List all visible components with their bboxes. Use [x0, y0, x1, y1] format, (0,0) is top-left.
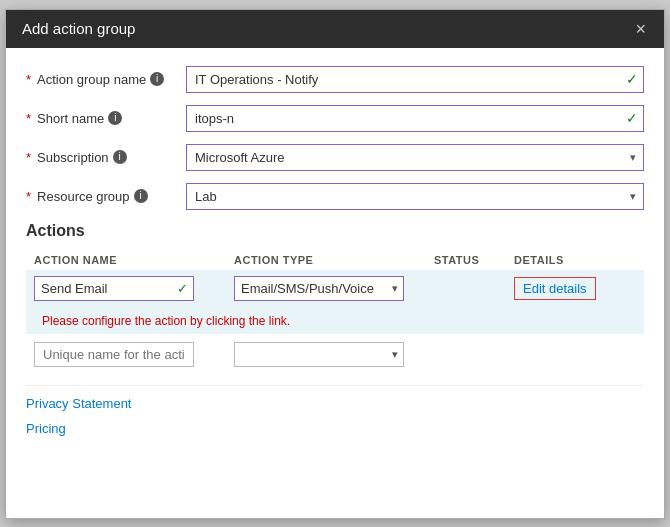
short-name-row: * Short name i ✓: [26, 105, 644, 132]
resource-group-label: * Resource group i: [26, 189, 186, 204]
new-action-type-wrap: ▾: [234, 342, 404, 367]
edit-details-button[interactable]: Edit details: [514, 277, 596, 300]
table-header-row: Action Name Action Type Status Details: [26, 250, 644, 270]
col-header-details: Details: [506, 250, 644, 270]
action-name-input-wrap: ✓: [34, 276, 194, 301]
subscription-label: * Subscription i: [26, 150, 186, 165]
action-group-name-label: * Action group name i: [26, 72, 186, 87]
actions-section-title: Actions: [26, 222, 644, 240]
action-name-input[interactable]: [34, 276, 194, 301]
short-name-info-icon[interactable]: i: [108, 111, 122, 125]
resource-group-row: * Resource group i Lab ▾: [26, 183, 644, 210]
action-group-name-info-icon[interactable]: i: [150, 72, 164, 86]
error-row: Please configure the action by clicking …: [26, 307, 644, 334]
action-group-name-input[interactable]: [186, 66, 644, 93]
col-header-action-type: Action Type: [226, 250, 426, 270]
col-header-status: Status: [426, 250, 506, 270]
required-star-4: *: [26, 189, 31, 204]
pricing-link[interactable]: Pricing: [26, 421, 644, 436]
subscription-select[interactable]: Microsoft Azure: [186, 144, 644, 171]
action-group-name-input-wrap: ✓: [186, 66, 644, 93]
new-action-type-cell: ▾: [226, 334, 426, 375]
subscription-row: * Subscription i Microsoft Azure ▾: [26, 144, 644, 171]
short-name-input-wrap: ✓: [186, 105, 644, 132]
privacy-statement-link[interactable]: Privacy Statement: [26, 396, 644, 411]
dialog-header: Add action group ×: [6, 10, 664, 48]
close-button[interactable]: ×: [633, 20, 648, 38]
subscription-select-wrap: Microsoft Azure ▾: [186, 144, 644, 171]
resource-group-info-icon[interactable]: i: [134, 189, 148, 203]
new-action-name-input[interactable]: [34, 342, 194, 367]
new-action-status-cell: [426, 334, 506, 375]
action-group-name-check-icon: ✓: [626, 71, 638, 87]
subscription-info-icon[interactable]: i: [113, 150, 127, 164]
dialog-title: Add action group: [22, 20, 135, 37]
new-action-name-cell: [26, 334, 226, 375]
action-status-cell: [426, 270, 506, 307]
error-message: Please configure the action by clicking …: [34, 310, 298, 332]
action-group-name-row: * Action group name i ✓: [26, 66, 644, 93]
short-name-label: * Short name i: [26, 111, 186, 126]
resource-group-select[interactable]: Lab: [186, 183, 644, 210]
action-name-check-icon: ✓: [177, 281, 188, 296]
new-action-row: ▾: [26, 334, 644, 375]
action-type-select[interactable]: Email/SMS/Push/Voice: [234, 276, 404, 301]
action-type-select-wrap: Email/SMS/Push/Voice ▾: [234, 276, 404, 301]
action-type-cell: Email/SMS/Push/Voice ▾: [226, 270, 426, 307]
add-action-group-dialog: Add action group × * Action group name i…: [5, 9, 665, 519]
required-star-2: *: [26, 111, 31, 126]
resource-group-select-wrap: Lab ▾: [186, 183, 644, 210]
error-message-cell: Please configure the action by clicking …: [26, 307, 644, 334]
actions-table: Action Name Action Type Status Details ✓: [26, 250, 644, 375]
dialog-body: * Action group name i ✓ * Short name i ✓: [6, 48, 664, 518]
short-name-check-icon: ✓: [626, 110, 638, 126]
table-row: ✓ Email/SMS/Push/Voice ▾ Edit deta: [26, 270, 644, 307]
required-star-3: *: [26, 150, 31, 165]
required-star: *: [26, 72, 31, 87]
new-action-details-cell: [506, 334, 644, 375]
new-action-type-select[interactable]: [234, 342, 404, 367]
action-details-cell: Edit details: [506, 270, 644, 307]
col-header-action-name: Action Name: [26, 250, 226, 270]
action-name-cell: ✓: [26, 270, 226, 307]
separator: [26, 385, 644, 386]
short-name-input[interactable]: [186, 105, 644, 132]
